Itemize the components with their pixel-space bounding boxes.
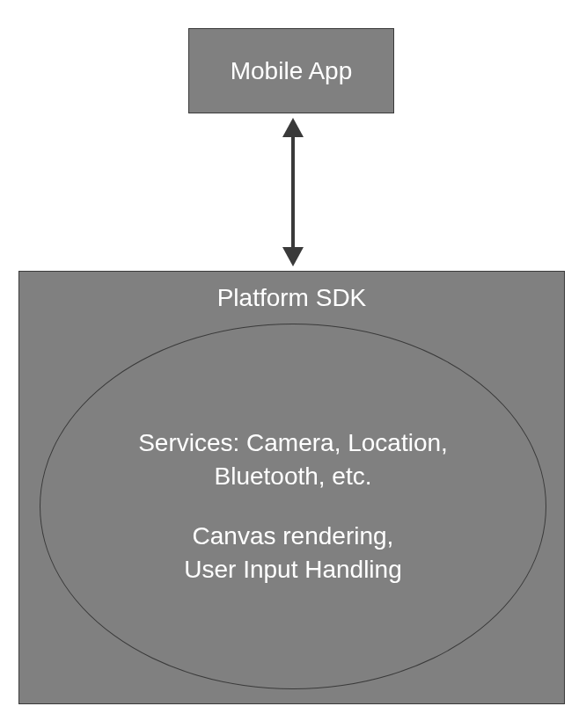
arrow-down-icon xyxy=(282,247,304,266)
bidirectional-arrow xyxy=(287,118,299,266)
mobile-app-box: Mobile App xyxy=(188,28,394,113)
platform-sdk-title: Platform SDK xyxy=(19,284,564,312)
mobile-app-label: Mobile App xyxy=(231,57,353,85)
canvas-line-2: User Input Handling xyxy=(184,556,401,583)
canvas-line-1: Canvas rendering, xyxy=(193,522,394,550)
arrow-line xyxy=(291,128,295,256)
services-line-1: Services: Camera, Location, xyxy=(138,429,448,456)
services-line-2: Bluetooth, etc. xyxy=(214,462,371,490)
ellipse-container: Services: Camera, Location, Bluetooth, e… xyxy=(40,324,546,689)
services-text: Services: Camera, Location, Bluetooth, e… xyxy=(138,426,448,493)
platform-sdk-box: Platform SDK Services: Camera, Location,… xyxy=(18,271,565,704)
canvas-text: Canvas rendering, User Input Handling xyxy=(184,520,401,586)
services-ellipse: Services: Camera, Location, Bluetooth, e… xyxy=(40,324,546,689)
